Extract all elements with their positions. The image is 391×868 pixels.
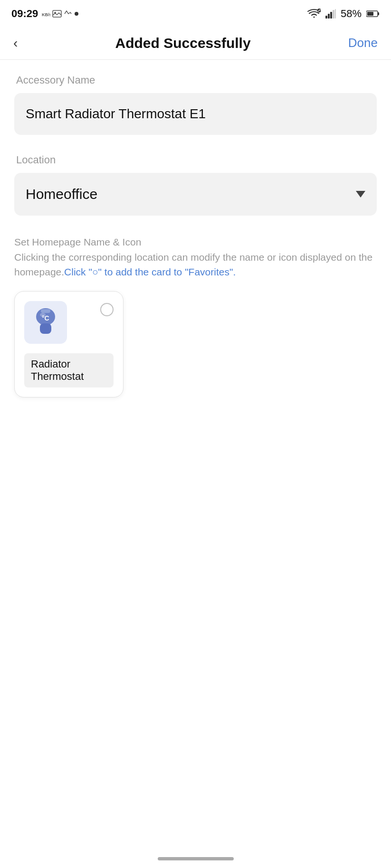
location-label: Location [14,154,377,166]
dot-icon [74,11,79,16]
favorite-radio-button[interactable] [100,303,114,316]
svg-point-3 [75,12,78,16]
svg-rect-15 [40,323,51,334]
battery-icon [366,10,380,18]
accessory-name-label: Accessory Name [14,74,377,86]
homepage-title: Set Homepage Name & Icon [14,236,141,247]
accessory-name-input[interactable]: Smart Radiator Thermostat E1 [14,93,377,135]
svg-text:°C: °C [42,314,49,322]
location-dropdown[interactable]: Homeoffice [14,173,377,216]
main-content: Accessory Name Smart Radiator Thermostat… [0,60,391,440]
homepage-desc: Set Homepage Name & Icon Clicking the co… [14,235,377,280]
svg-rect-8 [333,10,334,19]
device-name[interactable]: Radiator Thermostat [24,353,114,387]
signal-icon [325,9,336,19]
battery-percentage: 58% [341,8,362,20]
homepage-section: Set Homepage Name & Icon Clicking the co… [14,235,377,397]
status-time: 09:29 [11,8,38,20]
back-button[interactable]: ‹ [13,36,18,51]
activity-icon [64,10,72,18]
wifi-icon [307,9,321,19]
image-icon [52,10,62,18]
chevron-down-icon [356,191,365,198]
svg-rect-5 [325,16,327,19]
device-card: °C Radiator Thermostat [14,291,124,397]
nav-bar: ‹ Added Successfully Done [0,27,391,60]
svg-rect-9 [335,9,336,19]
location-value: Homeoffice [26,186,97,202]
done-button[interactable]: Done [348,36,378,50]
status-icons: KB/s [42,10,79,18]
home-indicator [158,857,234,860]
device-icon-wrapper[interactable]: °C [24,301,67,344]
card-top: °C [24,301,114,344]
svg-rect-11 [378,12,379,15]
svg-rect-7 [330,12,332,19]
page-title: Added Successfully [18,35,348,51]
svg-rect-12 [367,12,373,16]
kb-icon: KB/s [42,10,50,17]
favorites-link[interactable]: Click "○" to add the card to "Favorites"… [64,266,236,277]
svg-text:KB/s: KB/s [42,12,50,17]
svg-rect-14 [41,309,50,313]
svg-rect-6 [328,14,330,19]
status-right-icons: 58% [307,8,380,20]
status-bar: 09:29 KB/s [0,0,391,27]
thermostat-icon: °C [32,307,59,338]
